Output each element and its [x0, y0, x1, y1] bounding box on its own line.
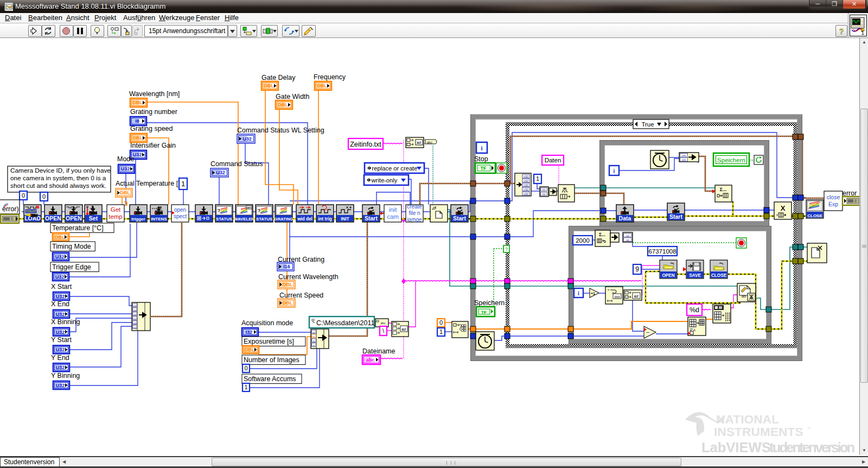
svg-text:I32: I32: [312, 340, 315, 343]
svg-text:OPEN: OPEN: [45, 215, 61, 222]
svg-text:Zeitinfo.txt: Zeitinfo.txt: [350, 141, 381, 148]
svg-text:Σ...: Σ...: [599, 232, 605, 237]
svg-text:BZ: BZ: [417, 141, 422, 144]
svg-text:Grating speed: Grating speed: [130, 125, 173, 132]
svg-text:Start: Start: [365, 215, 378, 222]
svg-text:67371008: 67371008: [648, 248, 676, 255]
svg-text:999: 999: [614, 295, 620, 299]
svg-text:U32: U32: [56, 383, 65, 388]
svg-text:X End: X End: [51, 300, 69, 308]
svg-text:X Binning: X Binning: [51, 318, 80, 326]
svg-text:Frequency: Frequency: [314, 73, 346, 81]
svg-text:?: ?: [218, 208, 221, 213]
svg-text:spect: spect: [174, 213, 187, 219]
svg-text:Studentenversion: Studentenversion: [762, 440, 855, 455]
svg-text:Dateiname: Dateiname: [362, 347, 395, 355]
svg-text:Acquisition mode: Acquisition mode: [241, 319, 293, 327]
svg-text:i: i: [578, 290, 579, 296]
svg-text:Command Status WL Setting: Command Status WL Setting: [237, 127, 324, 134]
svg-text:I32: I32: [312, 332, 315, 334]
svg-text:U32: U32: [682, 159, 686, 161]
svg-text:U32: U32: [524, 188, 528, 191]
svg-text:2000: 2000: [576, 237, 590, 244]
svg-text:OPEN: OPEN: [662, 273, 674, 278]
svg-text:Mode: Mode: [117, 155, 134, 163]
svg-text:Software Accums: Software Accums: [244, 375, 296, 383]
svg-text:Trigger Edge: Trigger Edge: [52, 263, 91, 271]
svg-text:Temperature [°C]: Temperature [°C]: [52, 224, 104, 232]
svg-text:Gate Width: Gate Width: [276, 93, 310, 100]
svg-text:DBL: DBL: [283, 282, 293, 287]
svg-text:i: i: [614, 168, 615, 174]
svg-text:LabVIEW: LabVIEW: [701, 440, 762, 455]
svg-text:write-only: write-only: [371, 177, 398, 184]
svg-text:replace or create: replace or create: [372, 165, 418, 172]
svg-text:DBL: DBL: [120, 190, 130, 195]
svg-text:U32: U32: [121, 166, 130, 172]
svg-text:TF: TF: [481, 310, 487, 315]
svg-text:error: error: [843, 189, 857, 197]
svg-text:TOOLKIT: TOOLKIT: [25, 210, 36, 213]
svg-text:DBL: DBL: [278, 102, 288, 107]
svg-text:Current Wavelength: Current Wavelength: [278, 273, 339, 281]
svg-text:init: init: [389, 206, 398, 213]
svg-text:MODE: MODE: [155, 210, 163, 213]
svg-text:DBL: DBL: [312, 336, 316, 338]
svg-text:Σ...: Σ...: [720, 187, 727, 192]
svg-text:BZ: BZ: [402, 328, 406, 331]
svg-text:I32: I32: [312, 345, 315, 347]
svg-text:DBL: DBL: [317, 83, 327, 88]
svg-text:i: i: [481, 145, 482, 151]
svg-text:?: ?: [505, 246, 508, 252]
svg-text:U32: U32: [133, 322, 137, 325]
svg-text:trigger: trigger: [131, 217, 145, 222]
svg-text:temp: temp: [108, 213, 123, 220]
svg-text:Current Speed: Current Speed: [279, 292, 323, 299]
svg-text:DBL: DBL: [283, 300, 293, 306]
svg-text:U32: U32: [524, 180, 528, 182]
svg-text:WAVELEN: WAVELEN: [234, 217, 254, 222]
svg-text:Number of Images: Number of Images: [244, 356, 299, 364]
svg-text:int trig: int trig: [318, 217, 331, 222]
svg-text:U32: U32: [55, 254, 65, 260]
svg-text:1: 1: [536, 175, 539, 182]
svg-text:U32: U32: [133, 305, 137, 307]
svg-text:NATIONAL: NATIONAL: [716, 413, 779, 426]
svg-text:INSTRUMENTS: INSTRUMENTS: [714, 425, 803, 439]
svg-text:%d: %d: [690, 306, 699, 314]
svg-text:I32: I32: [246, 330, 253, 335]
svg-text:SAVE: SAVE: [689, 273, 701, 278]
svg-text:create: create: [407, 204, 422, 210]
svg-text:abc: abc: [366, 357, 375, 363]
svg-text:1: 1: [439, 328, 443, 335]
svg-text:1: 1: [861, 30, 864, 36]
svg-text:C:\Messdaten\2011: C:\Messdaten\2011: [316, 319, 375, 327]
svg-text:U32: U32: [56, 330, 65, 335]
svg-text:™: ™: [807, 426, 811, 431]
svg-text:INTENS: INTENS: [151, 217, 167, 222]
svg-text:BZ: BZ: [634, 295, 639, 298]
svg-text:I32: I32: [626, 239, 630, 242]
svg-text:Gate Delay: Gate Delay: [261, 74, 296, 81]
svg-text:Exposuretime [s]: Exposuretime [s]: [244, 338, 294, 345]
svg-text:U32: U32: [133, 327, 137, 329]
svg-text:Timing Mode: Timing Mode: [52, 243, 91, 250]
svg-text:U32: U32: [682, 154, 686, 157]
svg-text:X: X: [781, 204, 786, 212]
svg-text:U32: U32: [524, 175, 528, 178]
svg-text:U32: U32: [56, 347, 65, 352]
svg-text:U32: U32: [56, 294, 65, 299]
svg-text:0: 0: [42, 193, 46, 200]
svg-text:Exp: Exp: [828, 201, 838, 207]
svg-text:0: 0: [244, 365, 247, 371]
svg-text:I16: I16: [283, 264, 290, 269]
svg-text:Y End: Y End: [51, 354, 69, 362]
svg-text:X Start: X Start: [51, 283, 72, 290]
svg-text:ab: ab: [742, 294, 746, 299]
svg-text:U32: U32: [133, 318, 137, 320]
svg-text:file n: file n: [409, 210, 420, 216]
svg-text:0: 0: [22, 192, 25, 199]
svg-text:open: open: [174, 207, 186, 213]
svg-text:True: True: [641, 121, 654, 128]
svg-text:1: 1: [181, 180, 185, 188]
